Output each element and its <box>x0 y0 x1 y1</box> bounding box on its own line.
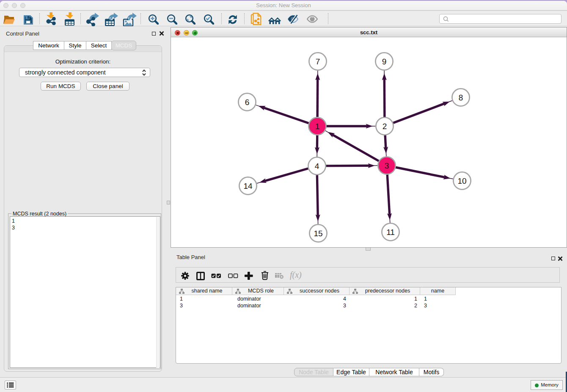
svg-text:15: 15 <box>314 229 322 238</box>
svg-text:11: 11 <box>386 228 395 237</box>
svg-text:6: 6 <box>245 98 250 107</box>
svg-text:14: 14 <box>243 182 253 191</box>
svg-text:3: 3 <box>385 162 389 171</box>
svg-text:9: 9 <box>382 58 387 66</box>
svg-text:4: 4 <box>315 162 319 171</box>
svg-text:1: 1 <box>315 122 320 131</box>
svg-text:2: 2 <box>383 122 387 131</box>
svg-text:7: 7 <box>316 58 320 66</box>
svg-text:8: 8 <box>459 94 463 102</box>
svg-text:10: 10 <box>457 177 466 186</box>
